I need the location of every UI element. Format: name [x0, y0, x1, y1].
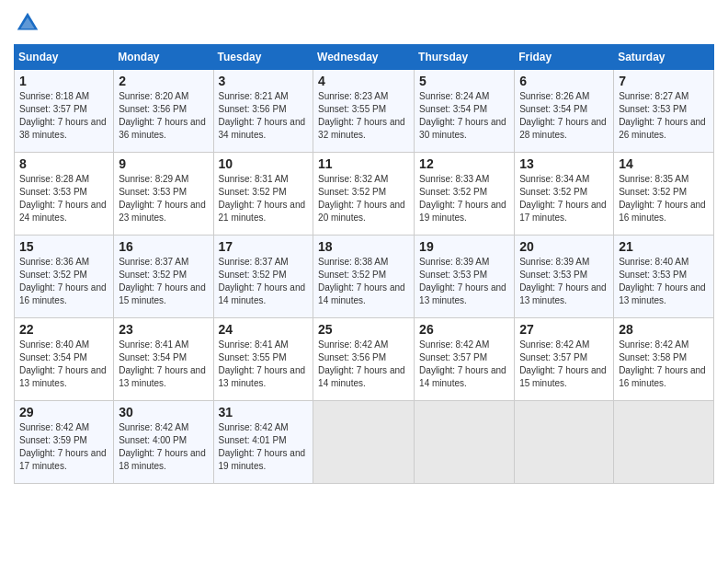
day-number: 7: [619, 74, 709, 88]
cell-content: Sunrise: 8:41 AMSunset: 3:55 PMDaylight:…: [219, 339, 309, 390]
cell-content: Sunrise: 8:37 AMSunset: 3:52 PMDaylight:…: [119, 256, 208, 307]
calendar-cell: 10Sunrise: 8:31 AMSunset: 3:52 PMDayligh…: [213, 153, 313, 236]
week-row-1: 1Sunrise: 8:18 AMSunset: 3:57 PMDaylight…: [15, 70, 714, 153]
calendar-cell: 26Sunrise: 8:42 AMSunset: 3:57 PMDayligh…: [415, 318, 515, 401]
day-number: 21: [619, 239, 709, 254]
calendar-cell: 11Sunrise: 8:32 AMSunset: 3:52 PMDayligh…: [313, 153, 415, 236]
weekday-monday: Monday: [114, 45, 213, 70]
cell-content: Sunrise: 8:18 AMSunset: 3:57 PMDaylight:…: [19, 90, 108, 142]
calendar-cell: [515, 401, 614, 484]
cell-content: Sunrise: 8:40 AMSunset: 3:53 PMDaylight:…: [619, 256, 709, 307]
calendar-cell: 25Sunrise: 8:42 AMSunset: 3:56 PMDayligh…: [313, 318, 415, 401]
calendar-cell: 14Sunrise: 8:35 AMSunset: 3:52 PMDayligh…: [614, 153, 714, 236]
day-number: 1: [19, 74, 108, 88]
calendar-cell: 9Sunrise: 8:29 AMSunset: 3:53 PMDaylight…: [114, 153, 213, 236]
cell-content: Sunrise: 8:35 AMSunset: 3:52 PMDaylight:…: [619, 173, 709, 224]
weekday-wednesday: Wednesday: [313, 45, 415, 70]
day-number: 30: [119, 405, 208, 419]
day-number: 26: [419, 322, 509, 337]
day-number: 8: [19, 156, 108, 171]
calendar-cell: 18Sunrise: 8:38 AMSunset: 3:52 PMDayligh…: [313, 236, 415, 318]
page: SundayMondayTuesdayWednesdayThursdayFrid…: [0, 0, 728, 563]
cell-content: Sunrise: 8:28 AMSunset: 3:53 PMDaylight:…: [19, 173, 108, 224]
calendar-cell: 7Sunrise: 8:27 AMSunset: 3:53 PMDaylight…: [614, 70, 714, 153]
calendar-cell: 2Sunrise: 8:20 AMSunset: 3:56 PMDaylight…: [114, 70, 213, 153]
calendar-table: SundayMondayTuesdayWednesdayThursdayFrid…: [14, 44, 714, 484]
calendar-cell: 5Sunrise: 8:24 AMSunset: 3:54 PMDaylight…: [415, 70, 515, 153]
day-number: 28: [619, 322, 709, 337]
day-number: 24: [219, 322, 309, 337]
cell-content: Sunrise: 8:36 AMSunset: 3:52 PMDaylight:…: [19, 256, 108, 307]
cell-content: Sunrise: 8:39 AMSunset: 3:53 PMDaylight:…: [419, 256, 509, 307]
logo-icon: [14, 9, 41, 37]
calendar-cell: 20Sunrise: 8:39 AMSunset: 3:53 PMDayligh…: [515, 236, 614, 318]
day-number: 16: [119, 239, 208, 254]
cell-content: Sunrise: 8:24 AMSunset: 3:54 PMDaylight:…: [419, 90, 509, 142]
calendar-cell: 13Sunrise: 8:34 AMSunset: 3:52 PMDayligh…: [515, 153, 614, 236]
cell-content: Sunrise: 8:21 AMSunset: 3:56 PMDaylight:…: [219, 90, 309, 142]
day-number: 27: [519, 322, 609, 337]
calendar-cell: 6Sunrise: 8:26 AMSunset: 3:54 PMDaylight…: [515, 70, 614, 153]
cell-content: Sunrise: 8:31 AMSunset: 3:52 PMDaylight:…: [219, 173, 309, 224]
calendar-cell: 1Sunrise: 8:18 AMSunset: 3:57 PMDaylight…: [15, 70, 114, 153]
calendar-cell: 24Sunrise: 8:41 AMSunset: 3:55 PMDayligh…: [213, 318, 313, 401]
cell-content: Sunrise: 8:42 AMSunset: 4:01 PMDaylight:…: [219, 421, 309, 473]
cell-content: Sunrise: 8:42 AMSunset: 3:58 PMDaylight:…: [619, 339, 709, 390]
calendar-cell: 28Sunrise: 8:42 AMSunset: 3:58 PMDayligh…: [614, 318, 714, 401]
cell-content: Sunrise: 8:20 AMSunset: 3:56 PMDaylight:…: [119, 90, 208, 142]
calendar-cell: 17Sunrise: 8:37 AMSunset: 3:52 PMDayligh…: [213, 236, 313, 318]
logo: [14, 9, 45, 37]
day-number: 3: [219, 74, 309, 88]
day-number: 11: [318, 156, 409, 171]
day-number: 23: [119, 322, 208, 337]
cell-content: Sunrise: 8:34 AMSunset: 3:52 PMDaylight:…: [519, 173, 609, 224]
day-number: 31: [219, 405, 309, 419]
calendar-cell: 29Sunrise: 8:42 AMSunset: 3:59 PMDayligh…: [15, 401, 114, 484]
day-number: 18: [318, 239, 409, 254]
calendar-cell: 19Sunrise: 8:39 AMSunset: 3:53 PMDayligh…: [415, 236, 515, 318]
day-number: 9: [119, 156, 208, 171]
calendar-cell: 31Sunrise: 8:42 AMSunset: 4:01 PMDayligh…: [213, 401, 313, 484]
cell-content: Sunrise: 8:41 AMSunset: 3:54 PMDaylight:…: [119, 339, 208, 390]
calendar-cell: 15Sunrise: 8:36 AMSunset: 3:52 PMDayligh…: [15, 236, 114, 318]
cell-content: Sunrise: 8:42 AMSunset: 3:56 PMDaylight:…: [318, 339, 409, 390]
week-row-3: 15Sunrise: 8:36 AMSunset: 3:52 PMDayligh…: [15, 236, 714, 318]
cell-content: Sunrise: 8:33 AMSunset: 3:52 PMDaylight:…: [419, 173, 509, 224]
calendar-cell: [415, 401, 515, 484]
day-number: 25: [318, 322, 409, 337]
header: [14, 9, 714, 37]
day-number: 4: [318, 74, 409, 88]
calendar-cell: 22Sunrise: 8:40 AMSunset: 3:54 PMDayligh…: [15, 318, 114, 401]
cell-content: Sunrise: 8:38 AMSunset: 3:52 PMDaylight:…: [318, 256, 409, 307]
calendar-cell: [614, 401, 714, 484]
day-number: 5: [419, 74, 509, 88]
cell-content: Sunrise: 8:39 AMSunset: 3:53 PMDaylight:…: [519, 256, 609, 307]
day-number: 2: [119, 74, 208, 88]
calendar-cell: 4Sunrise: 8:23 AMSunset: 3:55 PMDaylight…: [313, 70, 415, 153]
week-row-4: 22Sunrise: 8:40 AMSunset: 3:54 PMDayligh…: [15, 318, 714, 401]
weekday-saturday: Saturday: [614, 45, 714, 70]
weekday-friday: Friday: [515, 45, 614, 70]
week-row-2: 8Sunrise: 8:28 AMSunset: 3:53 PMDaylight…: [15, 153, 714, 236]
cell-content: Sunrise: 8:27 AMSunset: 3:53 PMDaylight:…: [619, 90, 709, 142]
calendar-cell: 27Sunrise: 8:42 AMSunset: 3:57 PMDayligh…: [515, 318, 614, 401]
day-number: 20: [519, 239, 609, 254]
day-number: 6: [519, 74, 609, 88]
weekday-thursday: Thursday: [415, 45, 515, 70]
cell-content: Sunrise: 8:40 AMSunset: 3:54 PMDaylight:…: [19, 339, 108, 390]
day-number: 15: [19, 239, 108, 254]
week-row-5: 29Sunrise: 8:42 AMSunset: 3:59 PMDayligh…: [15, 401, 714, 484]
weekday-header-row: SundayMondayTuesdayWednesdayThursdayFrid…: [15, 45, 714, 70]
day-number: 12: [419, 156, 509, 171]
cell-content: Sunrise: 8:26 AMSunset: 3:54 PMDaylight:…: [519, 90, 609, 142]
cell-content: Sunrise: 8:29 AMSunset: 3:53 PMDaylight:…: [119, 173, 208, 224]
calendar-cell: 12Sunrise: 8:33 AMSunset: 3:52 PMDayligh…: [415, 153, 515, 236]
cell-content: Sunrise: 8:32 AMSunset: 3:52 PMDaylight:…: [318, 173, 409, 224]
day-number: 17: [219, 239, 309, 254]
cell-content: Sunrise: 8:42 AMSunset: 3:57 PMDaylight:…: [419, 339, 509, 390]
day-number: 19: [419, 239, 509, 254]
day-number: 10: [219, 156, 309, 171]
calendar-cell: 21Sunrise: 8:40 AMSunset: 3:53 PMDayligh…: [614, 236, 714, 318]
weekday-tuesday: Tuesday: [213, 45, 313, 70]
cell-content: Sunrise: 8:23 AMSunset: 3:55 PMDaylight:…: [318, 90, 409, 142]
